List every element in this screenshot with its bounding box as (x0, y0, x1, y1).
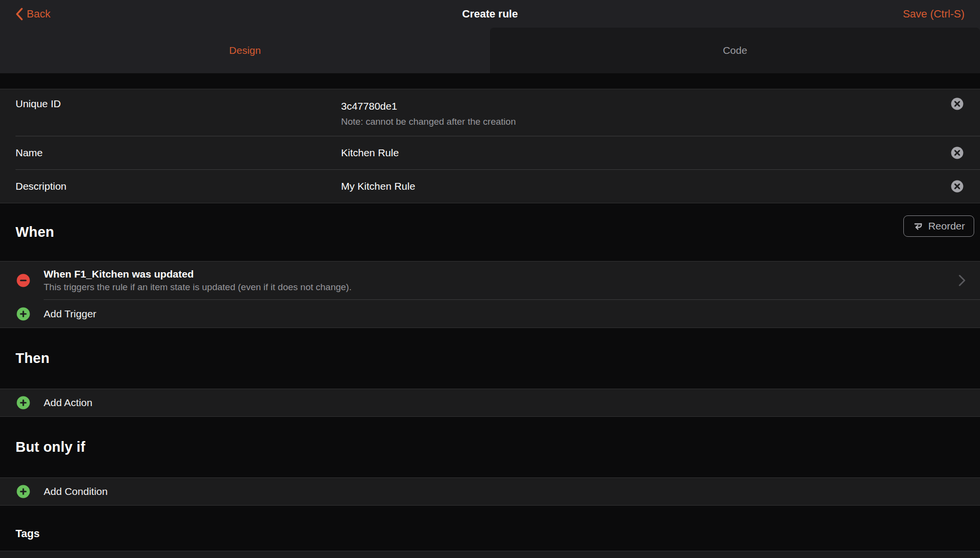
back-chevron-icon (16, 8, 23, 20)
rule-fields-list: Unique ID 3c47780de1 Note: cannot be cha… (0, 89, 980, 203)
add-condition-button[interactable]: Add Condition (0, 478, 980, 505)
reorder-button[interactable]: Reorder (903, 215, 974, 237)
page-title: Create rule (0, 8, 980, 20)
unique-id-label: Unique ID (16, 98, 341, 110)
spacer (0, 73, 980, 89)
then-section-header: Then (0, 328, 980, 389)
but-only-if-title: But only if (16, 439, 85, 455)
conditions-list: Add Condition (0, 477, 980, 506)
description-input[interactable]: My Kitchen Rule (341, 178, 951, 195)
clear-name-button[interactable] (951, 147, 964, 159)
tab-code[interactable]: Code (490, 28, 980, 73)
name-row: Name Kitchen Rule (0, 136, 980, 169)
reorder-icon (913, 221, 923, 231)
tags-list: Semantic Class None (0, 551, 980, 558)
back-label: Back (27, 8, 50, 20)
when-title: When (16, 224, 54, 240)
clear-unique-id-button[interactable] (951, 98, 964, 110)
plus-icon (16, 485, 30, 498)
trigger-item[interactable]: When F1_Kitchen was updated This trigger… (0, 262, 980, 299)
unique-id-row: Unique ID 3c47780de1 Note: cannot be cha… (0, 89, 980, 136)
trigger-description: This triggers the rule if an item state … (44, 281, 951, 294)
navbar: Back Create rule Save (Ctrl-S) (0, 0, 980, 28)
condition-section-header: But only if (0, 417, 980, 477)
remove-trigger-icon[interactable] (16, 274, 30, 287)
when-section-header: When Reorder (0, 203, 980, 261)
name-input[interactable]: Kitchen Rule (341, 145, 951, 161)
plus-icon (16, 307, 30, 321)
add-action-label: Add Action (44, 397, 92, 409)
add-condition-label: Add Condition (44, 486, 108, 497)
then-title: Then (16, 350, 49, 366)
header: Back Create rule Save (Ctrl-S) Design Co… (0, 0, 980, 73)
unique-id-input[interactable]: 3c47780de1 (341, 98, 964, 115)
plus-icon (16, 396, 30, 410)
semantic-class-row[interactable]: Semantic Class None (0, 551, 980, 558)
add-action-button[interactable]: Add Action (0, 389, 980, 416)
tab-design[interactable]: Design (0, 28, 490, 73)
tags-title: Tags (16, 527, 40, 540)
actions-list: Add Action (0, 389, 980, 417)
unique-id-note: Note: cannot be changed after the creati… (341, 115, 964, 129)
save-button[interactable]: Save (Ctrl-S) (903, 8, 964, 20)
description-label: Description (16, 181, 341, 192)
triggers-list: When F1_Kitchen was updated This trigger… (0, 261, 980, 328)
name-label: Name (16, 147, 341, 159)
back-button[interactable]: Back (16, 8, 50, 20)
description-row: Description My Kitchen Rule (0, 170, 980, 203)
tags-section-header: Tags (0, 506, 980, 551)
tabbar: Design Code (0, 28, 980, 73)
add-trigger-button[interactable]: Add Trigger (0, 300, 980, 328)
clear-description-button[interactable] (951, 180, 964, 193)
add-trigger-label: Add Trigger (44, 308, 97, 320)
reorder-label: Reorder (928, 220, 965, 232)
trigger-title: When F1_Kitchen was updated (44, 267, 951, 281)
chevron-right-icon (959, 275, 965, 286)
